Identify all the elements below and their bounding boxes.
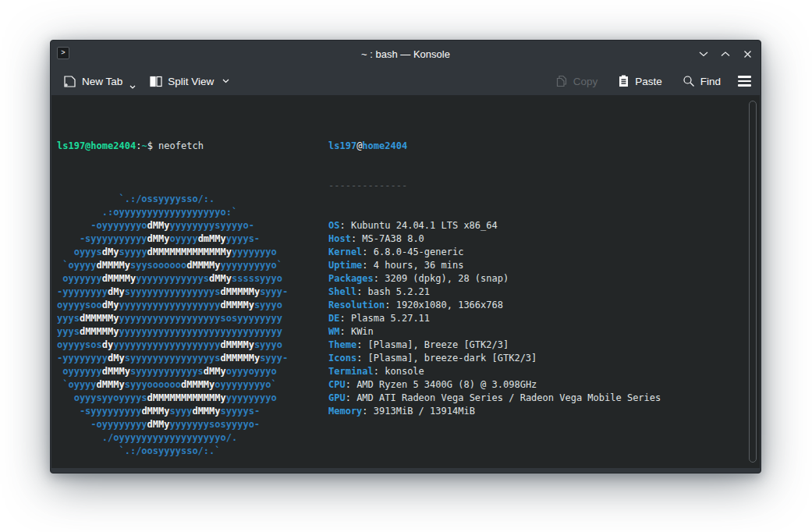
info-row-theme: Theme: [Plasma], Breeze [GTK2/3]: [328, 339, 661, 352]
copy-button[interactable]: Copy: [551, 72, 603, 90]
info-row-shell: Shell: bash 5.2.21: [328, 286, 661, 299]
info-underline: --------------: [328, 179, 661, 193]
close-button[interactable]: [742, 48, 753, 59]
new-tab-button[interactable]: New Tab: [59, 71, 140, 92]
copy-icon: [555, 75, 568, 87]
split-view-button[interactable]: Split View: [145, 73, 234, 90]
toolbar: New Tab Split View Copy: [51, 67, 761, 95]
terminal-viewport[interactable]: ls197@home2404:~$ neofetch `.:/ossyyyyss…: [51, 95, 760, 468]
maximize-button[interactable]: [720, 48, 731, 59]
neofetch-info: ls197@home2404 -------------- OS: Kubunt…: [328, 113, 661, 468]
copy-label: Copy: [573, 76, 598, 87]
info-row-gpu: GPU: AMD ATI Radeon Vega Series / Radeon…: [328, 392, 661, 405]
info-row-os: OS: Kubuntu 24.04.1 LTS x86_64: [328, 219, 661, 232]
info-row-de: DE: Plasma 5.27.11: [328, 312, 661, 325]
new-tab-label: New Tab: [82, 76, 122, 87]
prompt-user-host: ls197@home2404: [57, 140, 136, 151]
window-title: ~ : bash — Konsole: [51, 48, 761, 60]
terminal-text: ls197@home2404:~$ neofetch `.:/ossyyyyss…: [57, 100, 744, 468]
info-row-host: Host: MS-7A38 8.0: [328, 232, 661, 246]
titlebar: > ~ : bash — Konsole: [51, 41, 761, 67]
command-text: neofetch: [158, 140, 204, 151]
info-row-wm: WM: KWin: [328, 325, 661, 339]
split-view-icon: [150, 76, 162, 87]
info-row-uptime: Uptime: 4 hours, 36 mins: [328, 259, 661, 272]
menu-button[interactable]: [736, 73, 753, 90]
window-controls: [698, 41, 753, 67]
info-title: ls197@home2404: [328, 140, 661, 153]
info-row-memory: Memory: 3913MiB / 13914MiB: [328, 405, 661, 418]
info-row-icons: Icons: [Plasma], breeze-dark [GTK2/3]: [328, 352, 661, 365]
find-label: Find: [700, 76, 721, 87]
info-row-packages: Packages: 3209 (dpkg), 28 (snap): [328, 272, 661, 286]
info-rows: OS: Kubuntu 24.04.1 LTS x86_64Host: MS-7…: [328, 219, 661, 418]
chevron-down-icon: [222, 79, 229, 83]
split-view-label: Split View: [168, 76, 214, 87]
scrollbar[interactable]: [749, 101, 757, 463]
prompt-path: ~: [141, 140, 147, 151]
info-row-kernel: Kernel: 6.8.0-45-generic: [328, 246, 661, 259]
info-row-terminal: Terminal: konsole: [328, 365, 661, 378]
chevron-down-icon: [129, 85, 136, 89]
paste-label: Paste: [635, 76, 662, 87]
close-icon: [743, 50, 752, 59]
find-button[interactable]: Find: [678, 72, 725, 90]
minimize-button[interactable]: [698, 48, 709, 59]
blank-line: [328, 445, 661, 458]
konsole-app-icon[interactable]: >: [57, 47, 69, 59]
konsole-window: > ~ : bash — Konsole New Tab S: [50, 40, 761, 473]
new-tab-icon: [63, 75, 76, 88]
paste-button[interactable]: Paste: [613, 72, 667, 90]
chevron-down-icon: [699, 51, 708, 57]
paste-icon: [618, 75, 629, 87]
info-row-cpu: CPU: AMD Ryzen 5 3400G (8) @ 3.098GHz: [328, 378, 661, 392]
chevron-up-icon: [721, 51, 730, 57]
search-icon: [683, 75, 695, 87]
hamburger-icon: [738, 76, 751, 78]
info-row-resolution: Resolution: 1920x1080, 1366x768: [328, 299, 661, 312]
